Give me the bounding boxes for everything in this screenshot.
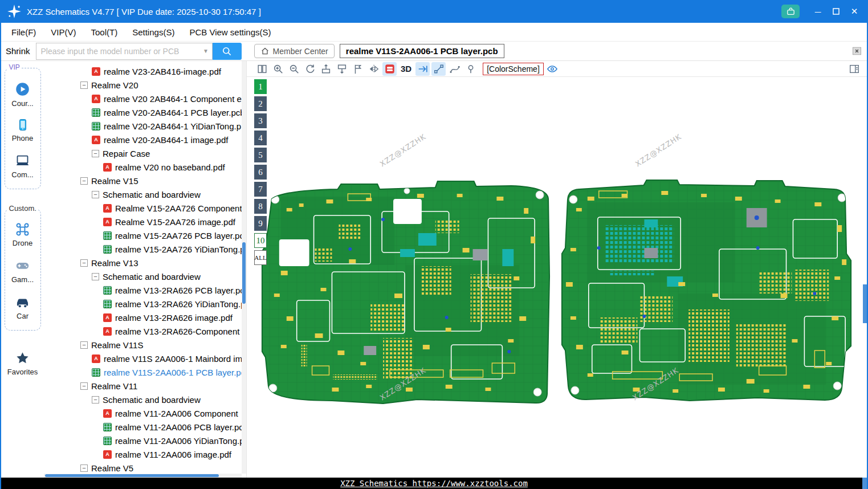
refresh-icon[interactable] xyxy=(303,62,317,76)
search-button[interactable] xyxy=(213,43,242,60)
tree-item[interactable]: realme V13-2RA626 PCB layer.pcb xyxy=(44,283,246,297)
layer-button-10[interactable]: 10 xyxy=(254,233,267,248)
collapse-icon[interactable]: − xyxy=(80,341,88,349)
sidebar-item-drone[interactable]: Drone xyxy=(13,222,32,247)
collapse-icon[interactable]: − xyxy=(92,396,99,404)
minimize-button[interactable]: ─ xyxy=(809,3,827,19)
menu-pcb-view-settings[interactable]: PCB View settings(S) xyxy=(182,23,278,41)
tree-item[interactable]: −Realme V15 xyxy=(44,174,246,188)
colorscheme-button[interactable]: [ColorScheme] xyxy=(483,63,544,75)
shrink-button[interactable]: Shrink xyxy=(1,46,36,56)
sidebar-item-computer[interactable]: Com... xyxy=(11,153,33,179)
tree-item[interactable]: −Schematic and boardview xyxy=(44,270,246,283)
close-document-icon[interactable] xyxy=(851,46,862,56)
tree-item[interactable]: Arealme V20 no baseband.pdf xyxy=(44,160,246,174)
tree-item-label: Schematic and boardview xyxy=(103,190,201,199)
sidebar-item-car[interactable]: Car xyxy=(15,294,30,320)
menu-settings[interactable]: Settings(S) xyxy=(125,23,182,41)
tree-item[interactable]: −Schematic and boardview xyxy=(44,393,246,406)
collapse-icon[interactable]: − xyxy=(92,150,99,157)
jump-board-icon[interactable] xyxy=(415,62,430,76)
close-button[interactable]: ✕ xyxy=(845,3,863,19)
export-bottom-icon[interactable] xyxy=(335,62,349,76)
pin-tool-icon[interactable] xyxy=(463,62,478,76)
collapse-icon[interactable]: − xyxy=(80,177,88,185)
visibility-icon[interactable] xyxy=(545,62,560,76)
member-center-button[interactable]: Member Center xyxy=(254,44,335,58)
tree-item[interactable]: realme V11-2AA006 YiDianTong.p xyxy=(44,434,246,447)
layer-button-2[interactable]: 2 xyxy=(254,96,267,111)
tree-item[interactable]: Arealme V11S 2AA006-1 Mainbord im xyxy=(44,352,246,365)
tree-item[interactable]: realme V15-2AA726 PCB layer.pcb xyxy=(44,229,246,242)
flip-horizontal-icon[interactable] xyxy=(366,62,381,76)
zoom-in-icon[interactable] xyxy=(271,62,285,76)
menu-file[interactable]: File(F) xyxy=(4,23,43,41)
tree-item[interactable]: ARealme V15-2AA726 Component xyxy=(44,201,246,215)
menu-vip[interactable]: VIP(V) xyxy=(43,23,83,41)
layer-button-1[interactable]: 1 xyxy=(254,79,267,94)
scrollbar-thumb[interactable] xyxy=(242,242,246,304)
tree-vertical-scrollbar[interactable] xyxy=(242,61,246,474)
active-document-tab[interactable]: realme V11S-2AA006-1 PCB layer.pcb xyxy=(340,44,504,58)
tree-item[interactable]: realme V13-2RA626 YiDianTong.p xyxy=(44,297,246,311)
layer-button-6[interactable]: 6 xyxy=(254,165,267,180)
collapse-icon[interactable]: − xyxy=(92,273,99,280)
tree-item[interactable]: realme V20-2AB464-1 YiDianTong.p xyxy=(44,119,246,133)
tree-item-label: realme V20-2AB464-1 image.pdf xyxy=(104,135,228,145)
search-input[interactable] xyxy=(36,43,200,60)
tree-horizontal-scrollbar[interactable] xyxy=(44,474,242,478)
tree-item[interactable]: Arealme V11-2AA006 Component xyxy=(44,406,246,420)
tree-item[interactable]: −Realme V13 xyxy=(44,256,246,270)
sidebar-item-phone[interactable]: Phone xyxy=(12,118,34,142)
tree-item[interactable]: Arealme V23-2AB416-image.pdf xyxy=(44,64,246,78)
collapse-icon[interactable]: − xyxy=(80,259,88,267)
license-icon[interactable] xyxy=(781,5,800,18)
tree-item[interactable]: −Realme V11S xyxy=(44,338,246,352)
flag-icon[interactable] xyxy=(351,62,365,76)
collapse-icon[interactable]: − xyxy=(80,464,88,472)
collapse-icon[interactable]: − xyxy=(92,191,99,198)
collapse-icon[interactable]: − xyxy=(80,82,88,89)
layer-button-5[interactable]: 5 xyxy=(254,148,267,162)
curve-tool-icon[interactable] xyxy=(447,62,462,76)
tree-item[interactable]: ARealme V15-2AA726 image.pdf xyxy=(44,215,246,229)
tree-item[interactable]: Arealme V20 2AB464-1 Component ex xyxy=(44,92,246,105)
layer-button-9[interactable]: 9 xyxy=(254,216,267,231)
tree-item[interactable]: Arealme V11-2AA006 image.pdf xyxy=(44,447,246,461)
sidebar-item-courses[interactable]: Cour... xyxy=(11,82,33,108)
panel-layout-icon[interactable] xyxy=(847,62,861,76)
tree-item[interactable]: −Realme V11 xyxy=(44,379,246,393)
tree-item[interactable]: realme V11S-2AA006-1 PCB layer.pcb xyxy=(44,365,246,379)
zoom-out-icon[interactable] xyxy=(287,62,301,76)
layer-button-3[interactable]: 3 xyxy=(254,113,267,128)
export-top-icon[interactable] xyxy=(319,62,333,76)
scrollbar-thumb[interactable] xyxy=(45,474,219,477)
collapse-icon[interactable]: − xyxy=(80,382,88,390)
menu-tool[interactable]: Tool(T) xyxy=(84,23,125,41)
tree-item[interactable]: −Realme V5 xyxy=(44,461,246,475)
maximize-button[interactable] xyxy=(827,3,845,19)
tree-item[interactable]: realme V15-2AA726 YiDianTong.p xyxy=(44,242,246,256)
tree-item[interactable]: −Schematic and boardview xyxy=(44,188,246,201)
board-view-red-icon[interactable] xyxy=(382,62,397,76)
3d-button[interactable]: 3D xyxy=(398,64,414,74)
sidebar-item-favorites[interactable]: Favorites xyxy=(7,351,38,376)
tree-item[interactable]: Arealme V13-2RA626-Component xyxy=(44,324,246,338)
tree-item[interactable]: Arealme V20-2AB464-1 image.pdf xyxy=(44,133,246,146)
tree-item[interactable]: −Realme V20 xyxy=(44,78,246,92)
layer-button-8[interactable]: 8 xyxy=(254,199,267,214)
pcb-canvas-area[interactable]: 12345678910ALL xyxy=(247,77,867,478)
sidebar-item-games[interactable]: Gam... xyxy=(11,258,34,284)
split-view-icon[interactable] xyxy=(255,62,269,76)
canvas-vertical-scrollbar[interactable] xyxy=(863,284,867,323)
layer-button-4[interactable]: 4 xyxy=(254,131,267,145)
tree-item[interactable]: realme V20-2AB464-1 PCB layer.pcb xyxy=(44,105,246,119)
layer-button-all[interactable]: ALL xyxy=(254,250,267,265)
tree-item[interactable]: realme V11-2AA006 PCB layer.pcb xyxy=(44,420,246,434)
layer-button-7[interactable]: 7 xyxy=(254,182,267,197)
chevron-down-icon[interactable]: ▼ xyxy=(200,43,213,60)
sidebar-item-label: Drone xyxy=(13,239,32,247)
tree-item[interactable]: −Repair Case xyxy=(44,146,246,160)
measure-icon[interactable] xyxy=(431,62,446,76)
tree-item[interactable]: Arealme V13-2RA626 image.pdf xyxy=(44,311,246,324)
